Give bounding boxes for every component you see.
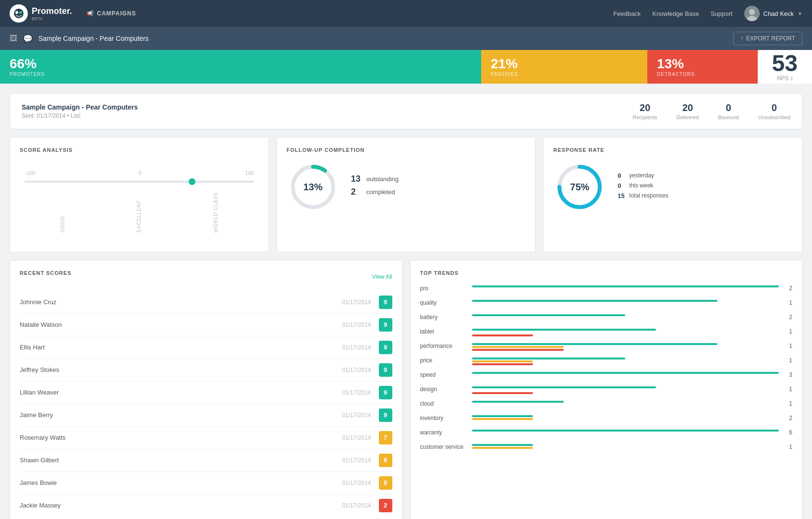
score-person-name: James Bowie [20, 479, 342, 486]
this-week-stat: 0 this week [618, 182, 668, 189]
trend-bar-container [472, 413, 779, 423]
campaign-info: Sample Campaign - Pear Computers Sent: 0… [22, 103, 138, 119]
score-person-name: Jaime Berry [20, 411, 342, 419]
list-item: price 1 [420, 356, 793, 365]
trend-label: warranty [420, 429, 468, 436]
scores-list: Johnnie Cruz 01/17/2014 9 Natalie Watson… [20, 291, 392, 517]
label-good: GOOD [60, 192, 65, 233]
score-date: 01/17/2014 [342, 367, 371, 373]
user-menu[interactable]: Chad Keck ▼ [744, 6, 803, 21]
brand-name: Promoter. [32, 6, 72, 16]
unsubscribed-label: Unsubscribed [758, 114, 790, 120]
score-value: 7 [379, 431, 392, 445]
score-value: 8 [379, 454, 392, 467]
table-row[interactable]: Shawn Gilbert 01/17/2014 8 [20, 449, 392, 472]
export-button[interactable]: ↑ EXPORT REPORT [733, 32, 802, 45]
list-item: pro 2 [420, 284, 793, 293]
response-pct: 75% [570, 182, 589, 193]
analysis-panels: SCORE ANALYSIS -100 0 100 GOOD EXCELLENT… [10, 137, 802, 252]
trend-count: 3 [783, 371, 792, 378]
logo-icon [10, 4, 28, 23]
table-row[interactable]: Jaime Berry 01/17/2014 9 [20, 404, 392, 427]
list-item: cloud 1 [420, 399, 793, 408]
campaign-stats: 20 Recipients 20 Delivered 0 Bounced 0 U… [632, 102, 790, 120]
campaign-title: Sample Campaign - Pear Computers [22, 103, 138, 111]
trend-count: 2 [783, 314, 792, 321]
trend-bar-container [472, 442, 779, 452]
chevron-down-icon: ▼ [798, 11, 802, 16]
score-track [24, 181, 254, 183]
detractors-bar: 13% DETRACTORS [647, 50, 757, 84]
bounced-label: Bounced [718, 114, 739, 120]
list-item: quality 1 [420, 298, 793, 308]
axis-max: 100 [245, 170, 254, 176]
table-row[interactable]: Rosemary Watts 01/17/2014 7 [20, 427, 392, 449]
yellow-bar [472, 360, 533, 362]
bounced-num: 0 [718, 102, 739, 113]
table-row[interactable]: Lillian Weaver 01/17/2014 9 [20, 382, 392, 404]
logo[interactable]: Promoter. BETA [10, 4, 72, 23]
stat-unsubscribed: 0 Unsubscribed [758, 102, 790, 120]
view-all-link[interactable]: View All [372, 273, 392, 280]
axis-min: -100 [24, 170, 35, 176]
trend-label: performance [420, 343, 468, 349]
teal-bar [472, 415, 533, 417]
total-label: total responses [629, 192, 668, 199]
score-analysis-title: SCORE ANALYSIS [20, 147, 259, 153]
score-value: 2 [379, 499, 392, 512]
stat-delivered: 20 Delivered [677, 102, 699, 120]
table-row[interactable]: James Bowie 01/17/2014 8 [20, 472, 392, 494]
trend-label: cloud [420, 400, 468, 407]
trend-count: 1 [783, 328, 792, 335]
top-nav: Promoter. BETA 📢 CAMPAIGNS Feedback Know… [0, 0, 812, 27]
yesterday-stat: 0 yesterday [618, 172, 668, 179]
table-row[interactable]: Jackie Massey 01/17/2014 2 [20, 494, 392, 517]
score-date: 01/17/2014 [342, 434, 371, 441]
this-week-label: this week [629, 182, 653, 189]
response-rate-title: RESPONSE RATE [553, 147, 792, 153]
stat-bounced: 0 Bounced [718, 102, 739, 120]
red-bar [472, 363, 533, 365]
trend-bar-container [472, 298, 779, 308]
comment-icon: 💬 [23, 34, 33, 43]
nps-label: NPS ℹ [777, 75, 793, 82]
promoters-pct: 66% [10, 57, 472, 71]
red-bar [472, 334, 533, 336]
score-person-name: Rosemary Watts [20, 434, 342, 441]
score-value: 9 [379, 408, 392, 422]
score-date: 01/17/2014 [342, 321, 371, 328]
trend-label: inventory [420, 415, 468, 421]
feedback-link[interactable]: Feedback [613, 10, 641, 17]
trend-bar-container [472, 341, 779, 351]
avatar [744, 6, 760, 21]
trend-label: battery [420, 314, 468, 321]
completed-stat: 2 completed [351, 187, 399, 197]
promoters-label: PROMOTERS [10, 72, 472, 77]
svg-point-0 [14, 9, 24, 18]
list-item: warranty 6 [420, 428, 793, 437]
score-person-name: Shawn Gilbert [20, 457, 342, 464]
teal-bar [472, 358, 626, 359]
score-bar: 66% PROMOTERS 21% PASSIVES 13% DETRACTOR… [0, 50, 812, 84]
trend-bar-container [472, 356, 779, 365]
trend-label: design [420, 386, 468, 393]
table-row[interactable]: Johnnie Cruz 01/17/2014 9 [20, 291, 392, 314]
score-person-name: Jeffrey Stokes [20, 366, 342, 373]
followup-title: FOLLOW-UP COMPLETION [287, 147, 526, 153]
support-link[interactable]: Support [711, 10, 733, 17]
detractors-label: DETRACTORS [657, 72, 748, 77]
sub-nav: 🖼 💬 Sample Campaign - Pear Computers ↑ E… [0, 27, 812, 50]
table-row[interactable]: Natalie Watson 01/17/2014 9 [20, 314, 392, 336]
table-row[interactable]: Ellis Hart 01/17/2014 9 [20, 336, 392, 359]
top-trends-title: TOP TRENDS [420, 270, 793, 276]
recent-scores-panel: RECENT SCORES View All Johnnie Cruz 01/1… [10, 260, 402, 519]
followup-inner: 13% 13 outstanding 2 completed [287, 161, 526, 213]
score-labels: GOOD EXCELLENT WORLD CLASS [24, 192, 254, 233]
info-icon: ℹ [791, 75, 793, 82]
knowledge-base-link[interactable]: Knowledge Base [652, 10, 699, 17]
campaigns-nav[interactable]: 📢 CAMPAIGNS [86, 10, 136, 17]
score-person-name: Johnnie Cruz [20, 298, 342, 306]
trend-bar-container [472, 284, 779, 293]
yesterday-label: yesterday [629, 172, 654, 179]
table-row[interactable]: Jeffrey Stokes 01/17/2014 9 [20, 359, 392, 382]
